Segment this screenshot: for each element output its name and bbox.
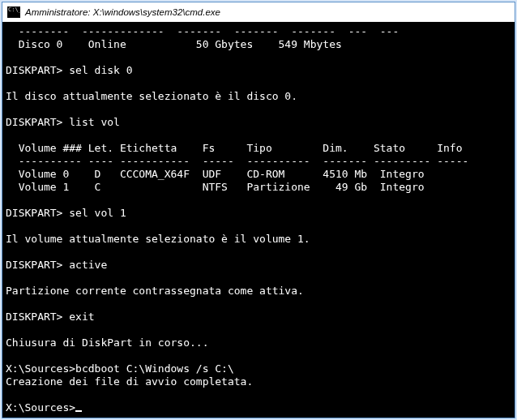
volume-row-0: Volume 0 D CCCOMA_X64F UDF CD-ROM 4510 M… — [6, 168, 425, 180]
response-active: Partizione corrente contrassegnata come … — [6, 285, 304, 297]
cmd-window: Amministratore: X:\windows\system32\cmd.… — [2, 2, 515, 418]
terminal-output[interactable]: -------- ------------- ------- ------- -… — [2, 22, 515, 418]
prompt-sel-disk: DISKPART> sel disk 0 — [6, 64, 133, 76]
response-exit: Chiusura di DiskPart in corso... — [6, 336, 208, 349]
volume-row-1: Volume 1 C NTFS Partizione 49 Gb Integro — [6, 181, 425, 193]
prompt-exit: DISKPART> exit — [6, 311, 95, 323]
titlebar[interactable]: Amministratore: X:\windows\system32\cmd.… — [2, 2, 515, 22]
cmd-icon — [7, 6, 20, 18]
prompt-active: DISKPART> active — [6, 259, 107, 271]
response-bcdboot: Creazione dei file di avvio completata. — [6, 375, 253, 388]
prompt-list-vol: DISKPART> list vol — [6, 116, 120, 128]
volume-header: Volume ### Let. Etichetta Fs Tipo Dim. S… — [6, 142, 463, 154]
prompt-sel-vol: DISKPART> sel vol 1 — [6, 207, 126, 219]
cursor — [75, 410, 82, 412]
disk-row-0: Disco 0 Online 50 Gbytes 549 Mbytes — [6, 38, 342, 50]
response-disk-selected: Il disco attualmente selezionato è il di… — [6, 90, 297, 102]
prompt-current: X:\Sources> — [6, 401, 75, 414]
disk-separator: -------- ------------- ------- ------- -… — [6, 25, 399, 37]
volume-separator: ---------- ---- ----------- ----- ------… — [6, 155, 468, 167]
prompt-bcdboot: X:\Sources>bcdboot C:\Windows /s C:\ — [6, 362, 234, 375]
response-vol-selected: Il volume attualmente selezionato è il v… — [6, 233, 310, 245]
window-title: Amministratore: X:\windows\system32\cmd.… — [25, 7, 220, 17]
